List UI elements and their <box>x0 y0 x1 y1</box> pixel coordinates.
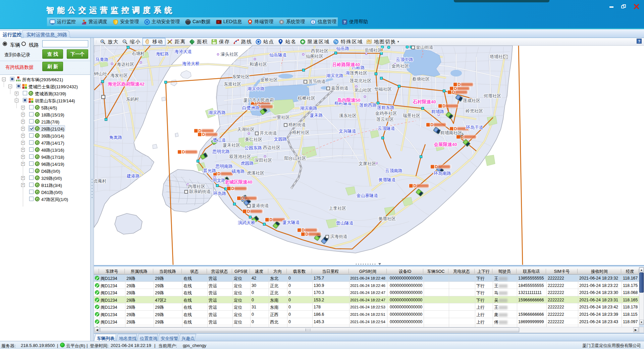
svg-text:龙山社区: 龙山社区 <box>354 88 372 93</box>
svg-text:双莲池社区: 双莲池社区 <box>229 154 251 159</box>
svg-text:白鹭洲路: 白鹭洲路 <box>242 105 260 110</box>
svg-text:环岛干道: 环岛干道 <box>466 125 483 130</box>
svg-text:莲成社区: 莲成社区 <box>463 98 480 103</box>
svg-text:D: D <box>306 232 309 237</box>
svg-text:和通社区: 和通社区 <box>249 62 267 67</box>
svg-text:文兴隧道: 文兴隧道 <box>339 129 356 134</box>
svg-text:虎园路: 虎园路 <box>241 161 254 166</box>
svg-text:开元街道: 开元街道 <box>260 131 277 136</box>
svg-text:贞庵村: 贞庵村 <box>94 179 107 184</box>
svg-text:会展限速40: 会展限速40 <box>433 142 457 147</box>
svg-text:云顶中路: 云顶中路 <box>396 57 413 62</box>
svg-text:湖滨南路: 湖滨南路 <box>300 106 317 111</box>
svg-text:D: D <box>435 164 438 169</box>
svg-text:海虹路: 海虹路 <box>156 51 169 56</box>
svg-text:上李社区: 上李社区 <box>329 206 346 211</box>
svg-text:金尚社区: 金尚社区 <box>391 63 409 68</box>
svg-text:黄厝社区: 黄厝社区 <box>378 216 396 221</box>
svg-text:金山寨隧道: 金山寨隧道 <box>357 193 378 198</box>
svg-text:D: D <box>241 196 245 201</box>
svg-text:莲前西路: 莲前西路 <box>359 103 377 108</box>
svg-text:曾山隧道: 曾山隧道 <box>336 220 354 226</box>
svg-text:马青路: 马青路 <box>96 57 109 62</box>
svg-text:海达社区: 海达社区 <box>117 62 134 67</box>
svg-text:思明南路: 思明南路 <box>215 164 233 169</box>
svg-text:云顶南路: 云顶南路 <box>385 168 402 173</box>
svg-text:西边社区: 西边社区 <box>263 145 280 150</box>
svg-text:前埔南社区: 前埔南社区 <box>440 130 462 135</box>
svg-text:濠头社区: 濠头社区 <box>220 52 238 57</box>
svg-text:仙岳隧道: 仙岳隧道 <box>269 52 287 57</box>
svg-text:湖滨北路: 湖滨北路 <box>326 73 343 78</box>
svg-text:美仁社区: 美仁社区 <box>245 137 262 142</box>
svg-text:仙岳路: 仙岳路 <box>336 46 350 51</box>
svg-text:D: D <box>458 82 461 87</box>
svg-text:D: D <box>247 209 250 214</box>
svg-text:海发社区: 海发社区 <box>110 73 128 78</box>
svg-text:D: D <box>461 135 464 139</box>
svg-text:同文路: 同文路 <box>213 178 226 183</box>
svg-text:D: D <box>414 184 417 188</box>
svg-text:D: D <box>202 132 205 137</box>
svg-text:岛内限速50: 岛内限速50 <box>337 98 360 103</box>
svg-text:金桥社区: 金桥社区 <box>260 77 278 82</box>
svg-text:海沧区政府限速42: 海沧区政府限速42 <box>107 82 145 87</box>
svg-text:嘉莲街道: 嘉莲街道 <box>331 86 348 91</box>
svg-text:金山街道: 金山街道 <box>416 46 433 50</box>
svg-text:环岛南路: 环岛南路 <box>433 171 451 176</box>
svg-text:莲云社区: 莲云社区 <box>376 117 394 122</box>
svg-text:D: D <box>431 122 434 127</box>
svg-text:东屿村: 东屿村 <box>126 97 139 102</box>
svg-text:D: D <box>231 186 234 191</box>
svg-text:莲前东路: 莲前东路 <box>377 105 394 110</box>
svg-text:?: ? <box>343 20 346 24</box>
svg-text:内厝社区: 内厝社区 <box>188 184 205 189</box>
svg-text:溪东社区: 溪东社区 <box>339 113 357 118</box>
svg-text:梧村街道: 梧村街道 <box>288 122 306 127</box>
svg-text:厦禾路: 厦禾路 <box>310 113 323 118</box>
svg-text:筼筜街道: 筼筜街道 <box>308 79 326 84</box>
svg-text:前埔路: 前埔路 <box>431 109 444 114</box>
svg-text:金鸡亭社区: 金鸡亭社区 <box>375 111 397 116</box>
svg-text:虎溪社区: 虎溪社区 <box>247 170 264 176</box>
svg-text:岭兜社区: 岭兜社区 <box>466 108 483 113</box>
svg-text:槟榔社区: 槟榔社区 <box>298 96 315 101</box>
svg-text:天湖社区: 天湖社区 <box>237 127 255 132</box>
svg-text:D: D <box>218 171 221 176</box>
svg-text:吕岭路限速40: 吕岭路限速40 <box>332 62 360 67</box>
svg-text:文屏社区: 文屏社区 <box>359 161 376 166</box>
svg-text:后埔社区: 后埔社区 <box>365 48 382 53</box>
svg-text:黄厝隧道: 黄厝隧道 <box>378 177 396 182</box>
svg-text:老城区限速40: 老城区限速40 <box>224 180 253 185</box>
svg-text:西郭社区: 西郭社区 <box>311 48 328 53</box>
svg-text:厦禾社区: 厦禾社区 <box>223 143 240 148</box>
svg-text:莲花北社区: 莲花北社区 <box>350 78 372 83</box>
svg-text:鼓浪屿街道: 鼓浪屿街道 <box>189 189 211 194</box>
svg-text:钟山社: 钟山社 <box>94 71 107 76</box>
svg-text:东荣社区: 东荣社区 <box>232 74 250 79</box>
svg-text:D: D <box>452 90 455 95</box>
svg-text:D: D <box>182 150 185 154</box>
svg-text:东渡社区: 东渡社区 <box>224 82 241 87</box>
svg-text:滨海街道: 滨海街道 <box>330 234 347 239</box>
svg-text:蔡塘社区: 蔡塘社区 <box>412 77 430 82</box>
svg-text:环岛路: 环岛路 <box>213 191 226 196</box>
svg-text:建港路: 建港路 <box>126 173 140 179</box>
svg-text:D: D <box>443 104 446 108</box>
svg-text:海沧大桥: 海沧大桥 <box>182 61 200 66</box>
svg-text:何厝社区: 何厝社区 <box>483 93 501 98</box>
svg-text:仙阁社区: 仙阁社区 <box>306 54 323 59</box>
svg-text:厦门市人民政府: 厦门市人民政府 <box>244 98 274 103</box>
svg-text:湖滨西路: 湖滨西路 <box>208 110 226 115</box>
svg-text:湖滨中路: 湖滨中路 <box>247 86 265 91</box>
svg-text:云顶隧道: 云顶隧道 <box>378 126 395 131</box>
svg-text:D: D <box>270 217 273 222</box>
svg-text:演武大桥: 演武大桥 <box>238 220 255 225</box>
svg-text:D: D <box>302 228 305 233</box>
svg-text:思明北路: 思明北路 <box>212 149 230 154</box>
svg-text:瑞景社区: 瑞景社区 <box>403 113 420 118</box>
svg-text:晨光路: 晨光路 <box>203 168 216 173</box>
svg-text:镇海路: 镇海路 <box>231 169 245 174</box>
svg-text:厦大隧道: 厦大隧道 <box>282 220 300 225</box>
svg-text:阳台山社区: 阳台山社区 <box>284 156 306 161</box>
